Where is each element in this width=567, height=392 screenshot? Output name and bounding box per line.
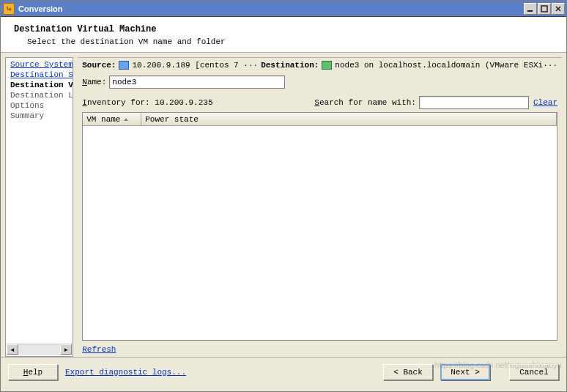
search-input[interactable] [419, 96, 529, 109]
page-title: Destination Virtual Machine [14, 24, 555, 34]
sidebar-item-options: Options [10, 101, 44, 110]
svg-rect-1 [541, 6, 547, 12]
vm-table-header: VM name Power state [83, 113, 557, 126]
sidebar-item-destination-vm: Destination Virtua [10, 81, 73, 89]
svg-rect-0 [527, 10, 533, 12]
main-panel: Source: 10.200.9.189 [centos 7 ··· Desti… [78, 57, 562, 357]
minimize-button[interactable] [524, 3, 537, 15]
cancel-button[interactable]: Cancel [509, 364, 559, 380]
vm-table-body[interactable] [83, 126, 557, 340]
column-header-vm-name[interactable]: VM name [83, 113, 141, 125]
sidebar-item-destination-location: Destination Location [10, 91, 73, 100]
wizard-header: Destination Virtual Machine Select the d… [1, 17, 566, 53]
page-subtitle: Select the destination VM name and folde… [27, 37, 555, 46]
sidebar-item-destination-system[interactable]: Destination System [10, 70, 73, 79]
inventory-label: Inventory for: 10.200.9.235 [82, 98, 212, 107]
sort-indicator-icon [123, 117, 129, 122]
scroll-right-button[interactable]: ► [60, 344, 72, 355]
sidebar-item-source-system[interactable]: Source System [10, 60, 73, 69]
app-icon: ⤿ [3, 3, 15, 15]
source-value: 10.200.9.189 [centos 7 ··· [132, 61, 258, 70]
maximize-button[interactable] [538, 3, 551, 15]
destination-value: node3 on localhost.localdomain (VMware E… [335, 61, 557, 70]
source-label: Source: [82, 61, 116, 70]
close-button[interactable] [552, 3, 565, 15]
wizard-footer: Help Export diagnostic logs... < Back Ne… [1, 357, 566, 386]
column-header-power-state[interactable]: Power state [141, 113, 557, 125]
back-button[interactable]: < Back [383, 364, 433, 380]
export-diagnostic-logs-link[interactable]: Export diagnostic logs... [65, 368, 186, 377]
sidebar-horizontal-scrollbar[interactable]: ◄ ► [7, 344, 72, 355]
destination-label: Destination: [261, 61, 319, 70]
wizard-steps-sidebar: Source System Destination System Destina… [5, 57, 73, 357]
help-button[interactable]: Help [8, 364, 58, 380]
name-label: Name: [82, 78, 106, 86]
clear-search-link[interactable]: Clear [533, 98, 557, 107]
window-titlebar: ⤿ Conversion [1, 1, 566, 17]
refresh-link[interactable]: Refresh [82, 345, 116, 354]
scroll-left-button[interactable]: ◄ [7, 344, 18, 355]
sidebar-item-summary: Summary [10, 111, 44, 120]
vm-name-input[interactable] [109, 75, 285, 89]
next-button[interactable]: Next > [440, 364, 490, 380]
window-title: Conversion [18, 4, 524, 13]
destination-host-icon [322, 61, 332, 70]
vm-table: VM name Power state [82, 112, 557, 341]
source-host-icon [119, 61, 129, 70]
search-label: Search for name with: [314, 98, 416, 107]
